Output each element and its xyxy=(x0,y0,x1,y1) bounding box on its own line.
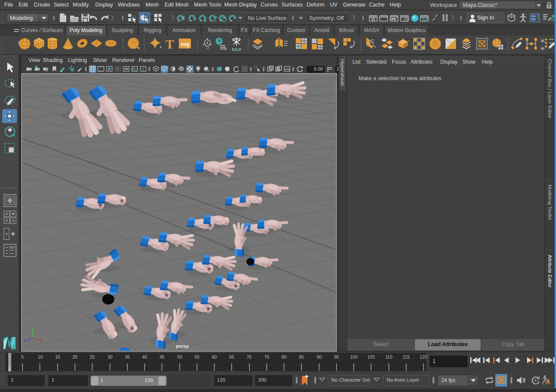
svg-text:x: x xyxy=(40,338,42,343)
svg-text:100: 100 xyxy=(350,354,358,360)
svg-text:80: 80 xyxy=(281,354,287,360)
svg-text:persp: persp xyxy=(176,343,189,349)
svg-text:65: 65 xyxy=(229,354,234,360)
svg-text:30: 30 xyxy=(107,354,113,360)
svg-text:50: 50 xyxy=(177,354,182,360)
svg-text:svg: svg xyxy=(181,41,190,47)
svg-text:115: 115 xyxy=(403,354,410,360)
svg-text:T: T xyxy=(142,67,145,71)
svg-text:5: 5 xyxy=(21,354,24,360)
svg-text:40: 40 xyxy=(142,354,147,360)
svg-text:0,0,0: 0,0,0 xyxy=(232,47,241,52)
svg-text:1: 1 xyxy=(8,366,11,372)
svg-text:110: 110 xyxy=(385,354,393,360)
svg-text:85: 85 xyxy=(299,354,304,360)
svg-text:35: 35 xyxy=(125,354,130,360)
svg-text:T: T xyxy=(165,37,174,51)
svg-text:120: 120 xyxy=(420,354,427,360)
svg-text:90: 90 xyxy=(317,354,322,360)
svg-text:45: 45 xyxy=(159,354,165,360)
svg-text:z: z xyxy=(23,338,25,343)
svg-text:15: 15 xyxy=(55,354,60,360)
svg-text:70: 70 xyxy=(246,354,252,360)
svg-text:95: 95 xyxy=(334,354,339,360)
svg-text:y: y xyxy=(32,326,34,330)
svg-text:20: 20 xyxy=(72,354,78,360)
svg-text:IPR: IPR xyxy=(391,18,396,21)
svg-text:105: 105 xyxy=(367,354,375,360)
svg-text:55: 55 xyxy=(194,354,200,360)
svg-text:75: 75 xyxy=(264,354,269,360)
svg-text:10: 10 xyxy=(38,354,43,360)
svg-text:25: 25 xyxy=(90,354,95,360)
svg-text:60: 60 xyxy=(212,354,217,360)
